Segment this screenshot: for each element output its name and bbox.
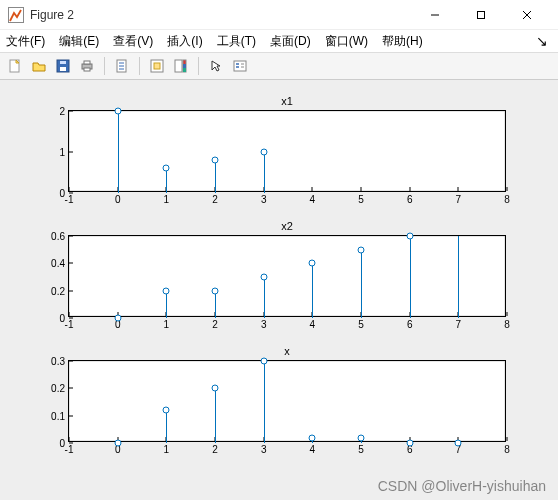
ytick-label: 0.3 <box>51 356 65 367</box>
save-button[interactable] <box>52 55 74 77</box>
svg-rect-16 <box>183 68 186 72</box>
minimize-button[interactable] <box>412 0 458 30</box>
stem-marker <box>309 434 316 441</box>
stem-line <box>215 160 216 193</box>
new-figure-button[interactable] <box>4 55 26 77</box>
stem-marker <box>455 440 462 447</box>
axes-title: x <box>69 345 505 357</box>
xtick-label: 8 <box>504 194 510 205</box>
link-axes-button[interactable] <box>111 55 133 77</box>
menu-file[interactable]: 文件(F) <box>6 33 45 50</box>
matlab-figure-icon <box>8 7 24 23</box>
print-button[interactable] <box>76 55 98 77</box>
colorbar-button[interactable] <box>170 55 192 77</box>
xtick-label: 5 <box>358 319 364 330</box>
stem-marker <box>260 149 267 156</box>
menu-window[interactable]: 窗口(W) <box>325 33 368 50</box>
svg-rect-17 <box>234 61 246 71</box>
stem-line <box>361 250 362 318</box>
xtick-label: 7 <box>456 319 462 330</box>
stem-marker <box>163 407 170 414</box>
svg-rect-8 <box>84 61 90 64</box>
xtick-label: 2 <box>212 194 218 205</box>
svg-rect-13 <box>175 60 182 72</box>
stem-marker <box>212 385 219 392</box>
insert-legend-button[interactable] <box>229 55 251 77</box>
xtick-label: 8 <box>504 319 510 330</box>
titlebar: Figure 2 <box>0 0 558 30</box>
stem-line <box>215 291 216 318</box>
xtick-label: 5 <box>358 444 364 455</box>
stem-marker <box>406 233 413 240</box>
xtick-label: 7 <box>456 194 462 205</box>
menu-edit[interactable]: 编辑(E) <box>59 33 99 50</box>
window-title: Figure 2 <box>30 8 412 22</box>
xtick-label: 6 <box>407 194 413 205</box>
watermark: CSDN @OliverH-yishuihan <box>378 478 546 494</box>
stem-marker <box>114 108 121 115</box>
stem-line <box>264 361 265 443</box>
stem-line <box>166 291 167 318</box>
close-button[interactable] <box>504 0 550 30</box>
stem-marker <box>260 358 267 365</box>
xtick-label: 4 <box>310 444 316 455</box>
stem-line <box>410 236 411 318</box>
xtick-label: 1 <box>164 444 170 455</box>
axes-2[interactable]: x200.20.40.6-1012345678 <box>68 235 506 317</box>
xtick-label: 2 <box>212 444 218 455</box>
ytick-label: 0.1 <box>51 410 65 421</box>
xtick-label: 4 <box>310 194 316 205</box>
stem-marker <box>212 287 219 294</box>
xtick-label: -1 <box>65 444 74 455</box>
xtick-label: -1 <box>65 319 74 330</box>
maximize-button[interactable] <box>458 0 504 30</box>
stem-marker <box>212 157 219 164</box>
stem-line <box>264 152 265 193</box>
menu-tools[interactable]: 工具(T) <box>217 33 256 50</box>
stem-marker <box>358 246 365 253</box>
axes-1[interactable]: x1012-1012345678 <box>68 110 506 192</box>
stem-marker <box>163 287 170 294</box>
menu-help[interactable]: 帮助(H) <box>382 33 423 50</box>
menu-insert[interactable]: 插入(I) <box>167 33 202 50</box>
stem-marker <box>114 440 121 447</box>
ytick-label: 2 <box>59 106 65 117</box>
svg-rect-5 <box>60 67 66 71</box>
menu-desktop[interactable]: 桌面(D) <box>270 33 311 50</box>
xtick-label: 1 <box>164 319 170 330</box>
stem-marker <box>163 165 170 172</box>
edit-plot-button[interactable] <box>205 55 227 77</box>
stem-marker <box>358 434 365 441</box>
xtick-label: 3 <box>261 194 267 205</box>
figure-canvas: CSDN @OliverH-yishuihan x1012-1012345678… <box>0 80 558 500</box>
xtick-label: 5 <box>358 194 364 205</box>
stem-line <box>166 168 167 193</box>
ytick-label: 0.2 <box>51 285 65 296</box>
xtick-label: 4 <box>310 319 316 330</box>
stem-marker <box>114 315 121 322</box>
axes-3[interactable]: x00.10.20.3-1012345678 <box>68 360 506 442</box>
stem-line <box>166 410 167 443</box>
svg-rect-2 <box>478 11 485 18</box>
xtick-label: 0 <box>115 194 121 205</box>
stem-marker <box>260 274 267 281</box>
data-cursor-button[interactable] <box>146 55 168 77</box>
svg-rect-6 <box>60 61 66 64</box>
xtick-label: 3 <box>261 444 267 455</box>
toolbar <box>0 52 558 80</box>
menu-dock-icon[interactable]: ↘ <box>536 33 552 49</box>
xtick-label: 1 <box>164 194 170 205</box>
window-buttons <box>412 0 550 30</box>
stem-marker <box>309 260 316 267</box>
menu-view[interactable]: 查看(V) <box>113 33 153 50</box>
open-button[interactable] <box>28 55 50 77</box>
axes-title: x1 <box>69 95 505 107</box>
xtick-label: 6 <box>407 319 413 330</box>
ytick-label: 0.4 <box>51 258 65 269</box>
xtick-label: 8 <box>504 444 510 455</box>
xtick-label: 2 <box>212 319 218 330</box>
xtick-label: 3 <box>261 319 267 330</box>
menubar: 文件(F) 编辑(E) 查看(V) 插入(I) 工具(T) 桌面(D) 窗口(W… <box>0 30 558 52</box>
stem-line <box>458 236 459 318</box>
svg-rect-9 <box>84 68 90 71</box>
